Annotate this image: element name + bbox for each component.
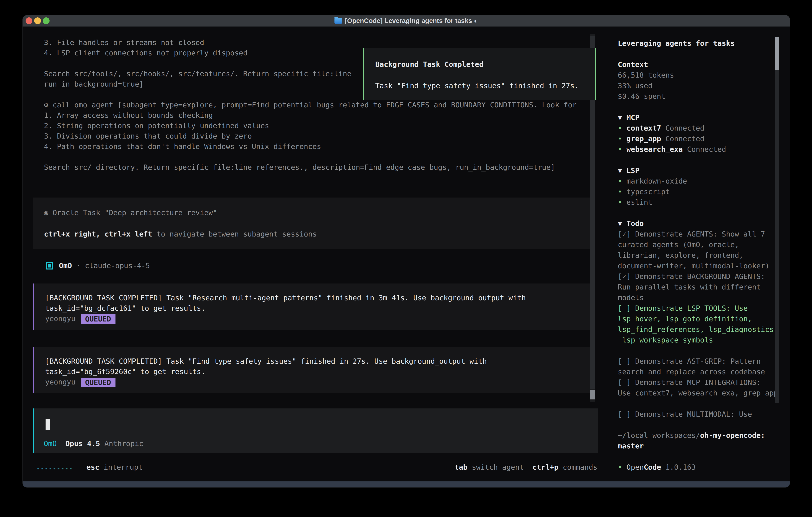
status-dot-icon: •: [618, 188, 627, 196]
tool-call-item: 3. Division operations that could divide…: [44, 131, 252, 141]
mcp-server-status: Connected: [661, 135, 704, 143]
lsp-server-name: eslint: [627, 198, 652, 206]
status-dot-icon: •: [618, 135, 627, 143]
todo-line: curated agents (OmO, oracle,: [618, 240, 739, 250]
zoom-button[interactable]: [43, 18, 50, 24]
tool-call-line: Search src/ directory. Return specific f…: [44, 162, 555, 172]
mcp-server-name: grep_app: [627, 135, 661, 143]
status-dot-icon: •: [618, 177, 627, 185]
input-agent-label: OmO: [44, 439, 57, 447]
close-button[interactable]: [26, 18, 32, 24]
lsp-server-name: markdown-oxide: [627, 177, 687, 185]
todo-line: Run parallel tasks with different: [618, 282, 761, 292]
esc-key-hint: esc: [86, 463, 99, 471]
todo-line: [ ] Demonstrate AST-GREP: Pattern: [618, 356, 761, 366]
toast-background-task-completed[interactable]: Background Task Completed Task "Find typ…: [362, 48, 596, 100]
todo-line: [✓] Demonstrate AGENTS: Show all 7: [618, 229, 765, 239]
todo-line: [ ] Demonstrate MULTIMODAL: Use: [618, 409, 752, 419]
terminal-window: [OpenCode] Leveraging agents for tasks ◐…: [23, 15, 790, 487]
tool-call-text: call_omo_agent [subagent_type=explore, p…: [48, 101, 577, 109]
tool-call-item: 1. Array access without bounds checking: [44, 110, 213, 120]
sidebar-context-heading: Context: [618, 59, 648, 70]
todo-line: Use context7, websearch_exa, grep_app: [618, 388, 778, 398]
lsp-server-name: typescript: [627, 188, 670, 196]
prompt-input[interactable]: OmO Opus 4.5 Anthropic: [33, 408, 598, 453]
todo-line: models: [618, 293, 644, 303]
todo-line-active: lsp_workspace_symbols: [618, 335, 713, 345]
message-author: yeongyu: [45, 315, 76, 323]
oracle-bullet-icon: ◉: [44, 209, 53, 217]
transcript-line: 3. File handles or streams not closed: [44, 37, 204, 48]
workspace-repo: oh-my-opencode:: [700, 431, 765, 439]
workspace-path: ~/local-workspaces/oh-my-opencode:: [618, 430, 765, 441]
mcp-server-status: Connected: [661, 124, 704, 132]
window-title: [OpenCode] Leveraging agents for tasks ◐: [335, 17, 478, 25]
lsp-server-row: • typescript: [618, 187, 670, 197]
todo-line-active: [ ] Demonstrate LSP TOOLS: Use: [618, 303, 748, 314]
workspace-path-prefix: ~/local-workspaces/: [618, 431, 700, 439]
mcp-server-status: Connected: [683, 145, 726, 153]
mcp-server-row: • websearch_exa Connected: [618, 144, 726, 155]
message-line: task_id="bg_6f59260c" to get results.: [45, 366, 205, 377]
transcript-line: run_in_background=true]: [44, 79, 144, 89]
minimize-button[interactable]: [34, 18, 41, 24]
app-version: 1.0.163: [661, 463, 696, 471]
app-name-light: Open: [627, 463, 644, 471]
context-used: 33% used: [618, 81, 652, 91]
lsp-server-row: • markdown-oxide: [618, 176, 687, 186]
message-line: task_id="bg_dcfac161" to get results.: [45, 303, 205, 314]
agent-name: OmO: [59, 262, 72, 270]
app-name-bold: Code: [644, 463, 661, 471]
tab-key-label: switch agent: [467, 463, 532, 471]
status-dot-icon: •: [618, 198, 627, 206]
tool-call-item: 2. String operations on potentially unde…: [44, 120, 269, 131]
shortcut-hint: to navigate between subagent sessions: [152, 230, 317, 238]
spinner-dots-icon: ▪▪▪▪▪▪▪▪▪: [37, 466, 73, 471]
mcp-server-row: • context7 Connected: [618, 123, 704, 133]
sidebar-scrollbar-thumb[interactable]: [775, 37, 779, 71]
context-spent: $0.46 spent: [618, 91, 665, 102]
agent-icon: [46, 262, 53, 270]
status-dot-icon: •: [618, 145, 627, 153]
text-cursor: [46, 419, 50, 430]
window-bottom-chrome: [23, 482, 790, 487]
session-header: OmO · claude-opus-4-5: [59, 261, 150, 271]
todo-line: [ ] Demonstrate MCP INTEGRATIONS:: [618, 377, 761, 388]
todo-line: search and replace across codebase: [618, 366, 765, 377]
transcript-line: 4. LSP client connections not properly d…: [44, 48, 248, 58]
sidebar-scrollbar[interactable]: [775, 37, 779, 403]
todo-line-active: lsp_find_references, lsp_diagnostics,: [618, 324, 778, 335]
message-author: yeongyu: [45, 378, 76, 386]
lsp-server-row: • eslint: [618, 197, 652, 208]
statusbar-right: tab switch agent ctrl+p commands: [455, 462, 598, 472]
transcript-line: Search src/tools/, src/hooks/, src/featu…: [44, 69, 351, 79]
sidebar-session-title: Leveraging agents for tasks: [618, 38, 735, 49]
main-scrollbar-thumb-bright[interactable]: [590, 390, 594, 400]
sidebar-section-lsp[interactable]: ▼ LSP: [618, 165, 639, 176]
message-background-task-1: [BACKGROUND TASK COMPLETED] Task "Resear…: [33, 283, 591, 330]
mcp-server-name: websearch_exa: [627, 145, 683, 153]
tab-key-hint: tab: [455, 463, 467, 471]
folder-icon: [335, 18, 342, 24]
status-badge: QUEUED: [81, 314, 115, 324]
tool-call-item: 4. Path operations that don't handle Win…: [44, 141, 321, 152]
ctrlp-key-hint: ctrl+p: [532, 463, 558, 471]
ctrlp-key-label: commands: [558, 463, 598, 471]
sidebar-section-todo[interactable]: ▼ Todo: [618, 218, 644, 229]
titlebar[interactable]: [OpenCode] Leveraging agents for tasks ◐: [23, 15, 790, 27]
oracle-task-panel: ◉ Oracle Task "Deep architecture review"…: [33, 197, 590, 249]
shortcut-keys: ctrl+x right, ctrl+x left: [44, 230, 152, 238]
tool-call-line: ⚙ call_omo_agent [subagent_type=explore,…: [44, 100, 577, 110]
oracle-task-title: Oracle Task "Deep architecture review": [53, 209, 217, 217]
input-model-label: Opus 4.5: [57, 439, 100, 447]
status-badge: QUEUED: [81, 378, 115, 387]
gear-icon: ⚙: [44, 101, 48, 109]
input-provider-label: Anthropic: [100, 439, 143, 447]
todo-line: [✓] Demonstrate BACKGROUND AGENTS:: [618, 271, 765, 282]
workspace-branch: master: [618, 441, 644, 451]
todo-line-active: lsp_hover, lsp_goto_definition,: [618, 314, 752, 324]
sidebar-section-mcp[interactable]: ▼ MCP: [618, 112, 639, 123]
mcp-server-name: context7: [627, 124, 661, 132]
message-line: [BACKGROUND TASK COMPLETED] Task "Find t…: [45, 356, 487, 366]
context-tokens: 66,518 tokens: [618, 70, 674, 80]
